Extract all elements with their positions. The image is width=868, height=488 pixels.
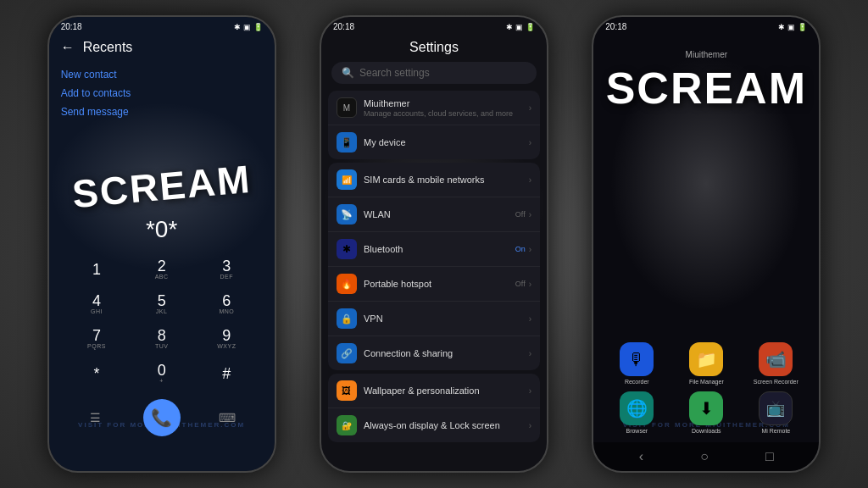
settings-item-lockscreen[interactable]: 🔐 Always-on display & Lock screen › bbox=[328, 408, 540, 442]
search-icon: 🔍 bbox=[342, 67, 354, 79]
new-contact-action[interactable]: New contact bbox=[61, 67, 263, 82]
screen-recorder-label: Screen Recorder bbox=[754, 379, 798, 385]
phone3-screen: 20:18 ✱ ▣ 🔋 Miuithemer SCREAM 🎙 Recorder bbox=[593, 17, 819, 471]
recorder-icon: 🎙 bbox=[620, 342, 654, 376]
chevron-vpn: › bbox=[529, 314, 531, 324]
settings-list: M Miuithemer Manage accounts, cloud serv… bbox=[321, 87, 547, 471]
status-icons-1: ✱ ▣ 🔋 bbox=[234, 23, 263, 31]
mydevice-title: My device bbox=[364, 137, 529, 147]
phone1-title: Recents bbox=[83, 40, 133, 55]
back-arrow[interactable]: ← bbox=[61, 40, 75, 55]
browser-label: Browser bbox=[626, 428, 648, 434]
signal-icon-2: ▣ bbox=[515, 23, 523, 31]
app-browser[interactable]: 🌐 Browser bbox=[605, 391, 668, 434]
settings-item-connection-sharing[interactable]: 🔗 Connection & sharing › bbox=[328, 336, 540, 370]
battery-icon: 🔋 bbox=[253, 23, 263, 31]
scream-text-1: SCREAM bbox=[70, 156, 253, 217]
screen-recorder-icon: 📹 bbox=[759, 342, 793, 376]
recents-nav[interactable]: □ bbox=[765, 449, 774, 464]
home-scream-area: Miuithemer SCREAM bbox=[593, 33, 819, 334]
settings-item-wallpaper[interactable]: 🖼 Wallpaper & personalization › bbox=[328, 374, 540, 408]
dialer-grid: 1 2ABC 3DEF 4GHI 5JKL 6MNO 7PQRS 8TUV 9W… bbox=[49, 250, 275, 392]
miuithemer-content: Miuithemer Manage accounts, cloud servic… bbox=[364, 98, 529, 118]
mi-remote-icon: 📺 bbox=[759, 391, 793, 425]
app-screen-recorder[interactable]: 📹 Screen Recorder bbox=[744, 342, 807, 385]
chevron-sim: › bbox=[529, 175, 531, 185]
wlan-status: Off bbox=[515, 210, 526, 219]
hotspot-status: Off bbox=[515, 280, 526, 288]
key-0[interactable]: 0+ bbox=[131, 358, 192, 389]
phone1-screen: 20:18 ✱ ▣ 🔋 ← Recents New contact Add to… bbox=[49, 17, 275, 471]
nav-bar-home: ‹ ○ □ bbox=[593, 442, 819, 471]
settings-item-miuithemer[interactable]: M Miuithemer Manage accounts, cloud serv… bbox=[328, 91, 540, 125]
key-9[interactable]: 9WXYZ bbox=[196, 323, 258, 354]
chevron-icon: › bbox=[529, 103, 531, 113]
key-star[interactable]: * bbox=[66, 358, 128, 389]
wlan-content: WLAN bbox=[364, 209, 515, 219]
phone-settings: 20:18 ✱ ▣ 🔋 Settings 🔍 Search settings S… bbox=[320, 15, 548, 473]
search-bar[interactable]: 🔍 Search settings bbox=[331, 62, 537, 84]
settings-section-connectivity: 📶 SIM cards & mobile networks › 📡 WLAN O… bbox=[328, 163, 540, 370]
key-1[interactable]: 1 bbox=[66, 253, 128, 285]
back-nav[interactable]: ‹ bbox=[639, 449, 643, 464]
key-7[interactable]: 7PQRS bbox=[66, 323, 128, 354]
mydevice-content: My device bbox=[364, 137, 529, 147]
chevron-hotspot: › bbox=[529, 280, 531, 289]
status-bar-3: 20:18 ✱ ▣ 🔋 bbox=[593, 17, 819, 33]
key-5[interactable]: 5JKL bbox=[131, 288, 192, 319]
call-button[interactable]: 📞 bbox=[143, 399, 181, 436]
settings-item-vpn[interactable]: 🔒 VPN › bbox=[328, 302, 540, 336]
bluetooth-title: Bluetooth bbox=[364, 244, 515, 254]
lockscreen-content: Always-on display & Lock screen bbox=[364, 420, 529, 430]
key-8[interactable]: 8TUV bbox=[131, 323, 192, 354]
app-file-manager[interactable]: 📁 File Manager bbox=[675, 342, 737, 385]
bluetooth-status: On bbox=[515, 245, 526, 253]
scream-text-3: SCREAM bbox=[606, 63, 807, 114]
sim-title: SIM cards & mobile networks bbox=[364, 175, 529, 185]
status-icons-3: ✱ ▣ 🔋 bbox=[778, 23, 807, 31]
status-time-3: 20:18 bbox=[605, 22, 626, 31]
vpn-icon: 🔒 bbox=[337, 308, 357, 329]
home-nav[interactable]: ○ bbox=[700, 449, 709, 464]
hotspot-icon: 🔥 bbox=[337, 274, 357, 294]
key-6[interactable]: 6MNO bbox=[196, 288, 258, 319]
chevron-connection: › bbox=[529, 349, 531, 358]
settings-item-hotspot[interactable]: 🔥 Portable hotspot Off › bbox=[328, 267, 540, 302]
keypad-icon[interactable]: ⌨ bbox=[214, 405, 240, 430]
connection-content: Connection & sharing bbox=[364, 348, 529, 358]
hotspot-content: Portable hotspot bbox=[364, 279, 515, 289]
phone-dialer: 20:18 ✱ ▣ 🔋 ← Recents New contact Add to… bbox=[47, 15, 276, 473]
battery-icon-3: 🔋 bbox=[798, 23, 807, 31]
recorder-label: Recorder bbox=[625, 379, 649, 385]
key-hash[interactable]: # bbox=[196, 358, 258, 389]
vpn-title: VPN bbox=[364, 313, 529, 324]
wlan-right: Off › bbox=[515, 210, 531, 219]
settings-item-sim[interactable]: 📶 SIM cards & mobile networks › bbox=[328, 163, 540, 197]
settings-item-mydevice[interactable]: 📱 My device › bbox=[328, 125, 540, 159]
bt-icon-2: ✱ bbox=[506, 23, 513, 31]
settings-item-wlan[interactable]: 📡 WLAN Off › bbox=[328, 197, 540, 232]
mi-remote-label: Mi Remote bbox=[761, 428, 790, 434]
browser-icon: 🌐 bbox=[620, 391, 654, 425]
app-recorder[interactable]: 🎙 Recorder bbox=[605, 342, 668, 385]
sim-content: SIM cards & mobile networks bbox=[364, 175, 529, 185]
wlan-title: WLAN bbox=[364, 209, 515, 219]
key-3[interactable]: 3DEF bbox=[196, 253, 258, 285]
chevron-icon-2: › bbox=[529, 138, 531, 147]
app-downloads[interactable]: ⬇ Downloads bbox=[675, 391, 737, 434]
status-bar-2: 20:18 ✱ ▣ 🔋 bbox=[321, 17, 547, 33]
mydevice-icon: 📱 bbox=[337, 132, 357, 152]
bluetooth-icon: ✱ bbox=[337, 239, 357, 259]
key-4[interactable]: 4GHI bbox=[66, 288, 128, 319]
menu-icon[interactable]: ☰ bbox=[83, 405, 108, 430]
key-2[interactable]: 2ABC bbox=[131, 253, 192, 285]
chevron-wallpaper: › bbox=[529, 386, 531, 396]
downloads-icon: ⬇ bbox=[689, 391, 723, 425]
app-grid: 🎙 Recorder 📁 File Manager 📹 Screen Recor… bbox=[593, 334, 819, 442]
settings-item-bluetooth[interactable]: ✱ Bluetooth On › bbox=[328, 232, 540, 267]
dialer-bottom: ☰ 📞 ⌨ bbox=[49, 392, 275, 443]
add-contact-action[interactable]: Add to contacts bbox=[61, 86, 263, 101]
app-mi-remote[interactable]: 📺 Mi Remote bbox=[744, 391, 807, 434]
chevron-bluetooth: › bbox=[529, 245, 531, 254]
vpn-content: VPN bbox=[364, 313, 529, 324]
